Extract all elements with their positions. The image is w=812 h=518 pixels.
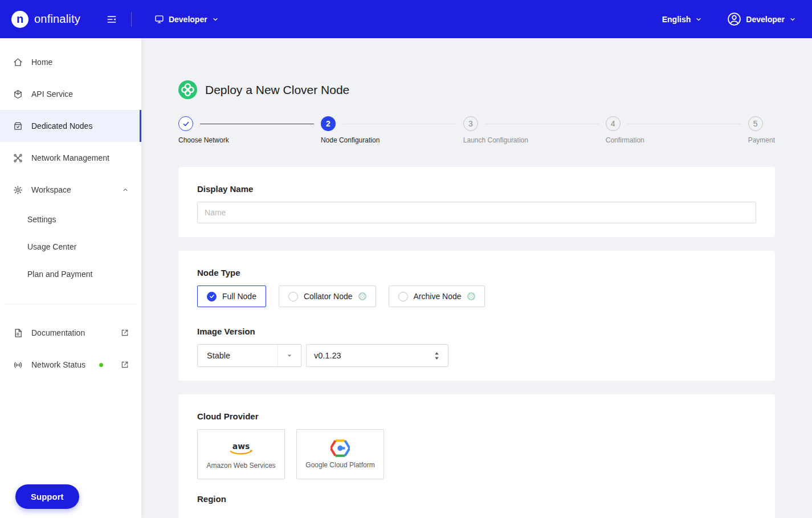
step-confirmation[interactable]: 4 Confirmation (606, 116, 748, 144)
step-payment[interactable]: 5 Payment (748, 116, 775, 144)
user-menu[interactable]: Developer (727, 12, 796, 26)
cloud-provider-label: Cloud Provider (197, 411, 756, 421)
sidebar-item-usage-center[interactable]: Usage Center (0, 233, 141, 260)
radio-checked-icon (207, 292, 217, 301)
external-link-icon (121, 329, 129, 337)
step-connector (627, 124, 741, 124)
version-select[interactable]: v0.1.23 (306, 344, 448, 367)
sidebar-item-network-management[interactable]: Network Management (0, 142, 141, 174)
provider-aws[interactable]: aws Amazon Web Services (197, 429, 285, 479)
chevron-down-icon (278, 345, 301, 366)
user-menu-label: Developer (746, 15, 785, 24)
sidebar-item-label: Network Management (31, 153, 109, 162)
sidebar-item-api-service[interactable]: API Service (0, 78, 141, 110)
step-number[interactable]: 4 (606, 116, 621, 131)
display-name-label: Display Name (197, 184, 756, 194)
gear-icon (13, 185, 23, 195)
clover-network-icon (178, 80, 197, 99)
page-title: Deploy a New Clover Node (205, 83, 349, 97)
sidebar-divider (5, 304, 137, 304)
release-channel-value: Stable (198, 351, 278, 360)
workspace-selector-label: Developer (169, 15, 207, 24)
main-content: Deploy a New Clover Node Choose Network … (141, 0, 812, 518)
sidebar-item-documentation[interactable]: Documentation (0, 317, 141, 349)
step-label: Confirmation (606, 136, 748, 144)
step-check-icon[interactable] (178, 116, 193, 131)
node-type-full-node[interactable]: Full Node (197, 285, 266, 307)
node-type-option-label: Collator Node (304, 292, 353, 301)
network-status-icon (13, 360, 23, 370)
node-type-options: Full Node Collator Node Archi (197, 285, 756, 307)
sidebar-item-network-status[interactable]: Network Status (0, 349, 141, 381)
display-name-input[interactable] (197, 202, 756, 223)
image-version-controls: Stable v0.1.23 (197, 344, 756, 367)
node-type-option-label: Archive Node (414, 292, 462, 301)
network-management-icon (13, 153, 23, 163)
topbar-divider (131, 12, 132, 27)
step-number[interactable]: 5 (748, 116, 763, 131)
gcp-logo-icon (330, 439, 350, 457)
svg-text:aws: aws (232, 441, 250, 450)
chevron-down-icon (212, 16, 219, 23)
clover-mini-icon (358, 292, 366, 300)
language-selector-label: English (662, 15, 691, 24)
step-launch-configuration[interactable]: 3 Launch Configuration (463, 116, 606, 144)
sidebar-item-label: Workspace (31, 185, 71, 194)
sidebar-subitem-label: Usage Center (27, 242, 76, 251)
cloud-provider-options: aws Amazon Web Services (197, 429, 756, 479)
chevron-down-icon (789, 16, 796, 23)
sidebar-item-dedicated-nodes[interactable]: Dedicated Nodes (0, 110, 141, 142)
aws-logo-icon: aws (226, 439, 256, 458)
step-node-configuration[interactable]: 2 Node Configuration (321, 116, 463, 144)
cloud-provider-card: Cloud Provider aws Amazon Web Services (178, 394, 775, 518)
monitor-icon (154, 14, 164, 24)
step-label: Choose Network (178, 136, 321, 144)
provider-gcp[interactable]: Google Cloud Platform (296, 429, 384, 479)
language-selector[interactable]: English (662, 15, 703, 24)
dedicated-nodes-icon (13, 121, 23, 131)
node-type-archive-node[interactable]: Archive Node (389, 285, 485, 307)
radio-unchecked-icon (398, 292, 408, 301)
support-button[interactable]: Support (15, 484, 79, 509)
onfinality-logo[interactable]: n onfinality (11, 11, 80, 28)
step-label: Launch Configuration (463, 136, 606, 144)
sidebar-item-plan-and-payment[interactable]: Plan and Payment (0, 260, 141, 288)
region-label: Region (197, 494, 756, 504)
sidebar-item-label: Dedicated Nodes (31, 121, 92, 130)
node-type-option-label: Full Node (222, 292, 256, 301)
step-label: Payment (748, 136, 775, 144)
step-connector (485, 124, 599, 124)
topbar: n onfinality Developer English (0, 0, 812, 38)
provider-name: Amazon Web Services (206, 462, 275, 470)
sidebar-item-label: Home (31, 58, 52, 67)
document-icon (13, 328, 23, 338)
menu-fold-icon[interactable] (106, 14, 117, 25)
sidebar-item-home[interactable]: Home (0, 46, 141, 78)
clover-mini-icon (467, 292, 475, 300)
version-value: v0.1.23 (314, 351, 341, 360)
release-channel-select[interactable]: Stable (197, 344, 301, 367)
up-down-arrows-icon (433, 352, 440, 360)
chevron-up-icon (122, 186, 129, 193)
home-icon (13, 58, 23, 67)
step-number[interactable]: 2 (321, 116, 336, 131)
workspace-selector[interactable]: Developer (154, 14, 219, 24)
step-connector (200, 124, 314, 124)
page-header: Deploy a New Clover Node (178, 80, 775, 99)
image-version-label: Image Version (197, 327, 756, 336)
node-configuration-card: Node Type Full Node Collator Node (178, 251, 775, 381)
step-connector (342, 124, 456, 124)
api-service-icon (13, 89, 23, 99)
onfinality-logo-icon: n (11, 11, 28, 28)
step-number[interactable]: 3 (463, 116, 478, 131)
step-label: Node Configuration (321, 136, 463, 144)
status-online-dot (99, 363, 103, 367)
avatar-icon (727, 12, 741, 26)
provider-name: Google Cloud Platform (305, 461, 374, 469)
node-type-collator-node[interactable]: Collator Node (279, 285, 376, 307)
sidebar-item-settings[interactable]: Settings (0, 206, 141, 233)
sidebar-item-workspace[interactable]: Workspace (0, 174, 141, 206)
logo-text: onfinality (34, 13, 80, 26)
step-choose-network[interactable]: Choose Network (178, 116, 321, 144)
display-name-card: Display Name (178, 167, 775, 237)
